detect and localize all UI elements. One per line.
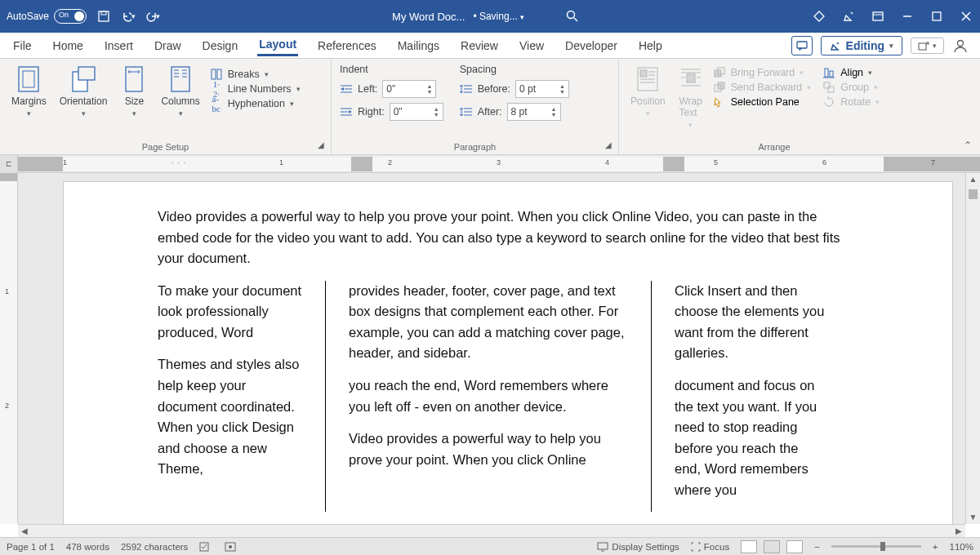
macro-icon[interactable] <box>224 541 237 553</box>
redo-icon[interactable]: ▾ <box>145 9 160 24</box>
tab-design[interactable]: Design <box>201 36 240 56</box>
diamond-icon[interactable] <box>812 9 826 24</box>
svg-point-2 <box>567 11 574 19</box>
horizontal-ruler[interactable]: 1 · · · 1 2 3 4 5 6 7 <box>18 157 980 171</box>
svg-point-62 <box>229 545 232 548</box>
minimize-icon[interactable] <box>900 9 915 24</box>
close-icon[interactable] <box>959 9 973 24</box>
ribbon: Margins▾ Orientation▾ Size▾ Columns▾ Bre… <box>0 59 980 155</box>
paragraph: Video provides a powerful way to help yo… <box>349 428 628 470</box>
tab-references[interactable]: References <box>316 36 378 56</box>
size-button[interactable]: Size▾ <box>117 64 151 154</box>
columns-button[interactable]: Columns▾ <box>158 64 203 154</box>
svg-rect-55 <box>825 69 828 77</box>
svg-rect-56 <box>830 71 833 77</box>
display-settings[interactable]: Display Settings <box>597 542 679 552</box>
hyphenation-button[interactable]: a-bcHyphenation ▾ <box>210 98 301 109</box>
tab-developer[interactable]: Developer <box>564 36 619 56</box>
orientation-button[interactable]: Orientation▾ <box>56 64 111 154</box>
svg-rect-16 <box>78 67 95 80</box>
tab-insert[interactable]: Insert <box>103 36 135 56</box>
svg-rect-59 <box>828 87 834 92</box>
vertical-scrollbar[interactable]: ▲ ▼ <box>965 173 980 524</box>
scroll-left-icon[interactable]: ◀ <box>18 526 31 535</box>
line-numbers-button[interactable]: 1·2·Line Numbers ▾ <box>210 83 301 95</box>
print-layout-icon[interactable] <box>764 540 780 553</box>
horizontal-scrollbar[interactable]: ◀ ▶ <box>18 524 965 537</box>
tab-home[interactable]: Home <box>51 36 85 56</box>
spelling-icon[interactable] <box>199 541 212 553</box>
align-button[interactable]: Align ▾ <box>822 67 880 78</box>
selection-pane-button[interactable]: Selection Pane <box>713 96 812 108</box>
paragraph: you reach the end, Word remembers where … <box>349 375 628 417</box>
svg-rect-11 <box>919 43 926 50</box>
web-layout-icon[interactable] <box>786 540 803 553</box>
undo-icon[interactable]: ▾ <box>121 9 136 24</box>
bring-forward-button: Bring Forward ▾ <box>713 67 812 78</box>
spacing-before-input[interactable]: 0 pt▲▼ <box>515 80 569 98</box>
page-indicator[interactable]: Page 1 of 1 <box>7 542 55 552</box>
tab-layout[interactable]: Layout <box>257 34 298 56</box>
tab-review[interactable]: Review <box>459 36 500 56</box>
title-bar: AutoSave On ▾ ▾ My Word Doc... • Saving.… <box>0 0 980 33</box>
svg-rect-4 <box>873 12 883 20</box>
comments-button[interactable] <box>791 36 813 56</box>
spacing-after-icon <box>460 106 473 118</box>
autosave-toggle[interactable]: AutoSave On <box>7 9 87 24</box>
focus-button[interactable]: Focus <box>691 542 729 552</box>
svg-rect-25 <box>212 69 216 79</box>
word-count[interactable]: 478 words <box>66 542 109 552</box>
vertical-ruler[interactable]: 1 2 <box>0 173 18 524</box>
page-setup-launcher[interactable]: ◢ <box>318 140 327 150</box>
tab-mailings[interactable]: Mailings <box>396 36 441 56</box>
svg-rect-58 <box>824 82 830 88</box>
scroll-down-icon[interactable]: ▼ <box>966 511 980 524</box>
indent-left-input[interactable]: 0"▲▼ <box>382 80 436 98</box>
after-label: After: <box>478 106 502 118</box>
ruler-corner[interactable]: ⊏ <box>0 155 18 173</box>
paragraph: document and focus on the text you want.… <box>675 375 827 500</box>
tab-draw[interactable]: Draw <box>153 36 183 56</box>
char-count[interactable]: 2592 characters <box>121 542 188 552</box>
breaks-button[interactable]: Breaks ▾ <box>210 69 301 80</box>
read-mode-icon[interactable] <box>741 540 757 553</box>
group-paragraph: Indent Left: 0"▲▼ Right: 0"▲▼ Spacing Be… <box>332 59 619 154</box>
ribbon-display-icon[interactable] <box>871 9 885 24</box>
spacing-label: Spacing <box>460 64 569 75</box>
group-arrange: Position▾ WrapText▾ Bring Forward ▾ Send… <box>619 59 929 154</box>
indent-right-input[interactable]: 0"▲▼ <box>390 103 443 121</box>
autosave-label: AutoSave <box>7 11 49 22</box>
svg-rect-10 <box>797 42 807 48</box>
svg-rect-45 <box>687 74 695 82</box>
share-button[interactable]: ▾ <box>911 38 944 54</box>
zoom-slider[interactable] <box>831 545 921 548</box>
document-page[interactable]: Video provides a powerful way to help yo… <box>63 181 953 524</box>
group-label: Paragraph <box>332 142 618 152</box>
spacing-after-input[interactable]: 8 pt▲▼ <box>507 103 561 121</box>
paragraph: Click Insert and then choose the element… <box>675 281 827 364</box>
status-bar: Page 1 of 1 478 words 2592 characters Di… <box>0 537 980 555</box>
scroll-up-icon[interactable]: ▲ <box>966 173 980 186</box>
editing-mode-button[interactable]: Editing ▾ <box>821 36 902 56</box>
paragraph: To make your document look professionall… <box>158 281 309 344</box>
tab-view[interactable]: View <box>518 36 546 56</box>
toggle-switch[interactable]: On <box>54 9 87 24</box>
margins-button[interactable]: Margins▾ <box>8 64 50 154</box>
group-label: Arrange <box>619 142 929 152</box>
paragraph-launcher[interactable]: ◢ <box>605 140 615 150</box>
search-icon[interactable] <box>565 9 580 24</box>
save-icon[interactable] <box>96 9 111 24</box>
group-button: Group ▾ <box>822 82 880 93</box>
account-icon[interactable] <box>952 38 969 53</box>
scroll-right-icon[interactable]: ▶ <box>952 526 965 535</box>
scroll-thumb[interactable] <box>969 189 978 199</box>
zoom-out-icon[interactable]: − <box>814 542 820 552</box>
tab-help[interactable]: Help <box>637 36 664 56</box>
zoom-level[interactable]: 110% <box>950 542 973 552</box>
tab-file[interactable]: File <box>11 36 33 56</box>
zoom-in-icon[interactable]: + <box>933 542 938 552</box>
maximize-icon[interactable] <box>929 9 944 24</box>
group-page-setup: Margins▾ Orientation▾ Size▾ Columns▾ Bre… <box>0 59 332 154</box>
collapse-ribbon-icon[interactable]: ⌃ <box>964 140 972 151</box>
pencil-icon[interactable] <box>841 9 856 24</box>
